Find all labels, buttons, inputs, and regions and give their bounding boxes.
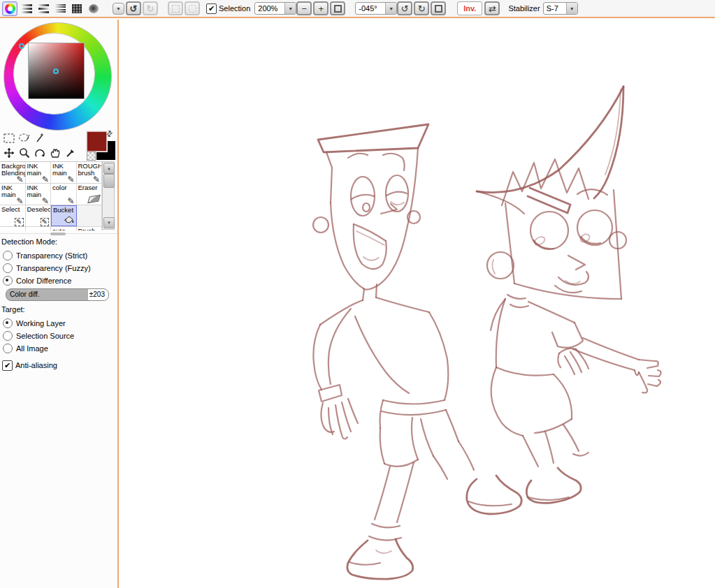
zoom-tool[interactable] [17,146,31,159]
selection-checkbox-label: Selection [219,4,250,13]
bucket-icon [64,215,75,224]
left-tool-panel: ⇄ BackgrouBlending✎ INKmain✎ INKmain✎ RO… [0,20,119,588]
radio-transparency-fuzzy[interactable]: Transparency (Fuzzy) [1,262,116,274]
plus-icon: + [318,3,324,14]
flip-selection-icon [172,5,180,13]
minus-icon: − [301,3,307,14]
eraser-icon [87,195,101,203]
lasso-tool[interactable] [17,131,31,145]
selection-transform-button[interactable] [185,1,200,15]
invert-label: Inv. [463,4,476,13]
pen-icon: ✎ [16,176,23,183]
magnifier-icon [19,147,30,159]
hue-marker[interactable] [19,43,24,49]
pen-icon: ✎ [67,176,74,183]
painttool-sai-window: ▼ ↺ ↻ ✔ Selection 200% ▼ − + -045° ▼ ↺ ↻… [0,0,715,588]
antialias-checkbox[interactable]: ✔ [2,360,13,371]
undo-button[interactable]: ↺ [126,1,141,15]
stabilizer-dropdown-icon[interactable]: ▼ [566,3,577,14]
flip-view-button[interactable]: ⇄ [484,1,500,15]
pen-icon: ✎ [42,176,49,183]
stabilizer-value: S-7 [544,4,566,13]
hsv-sliders-icon [38,4,49,13]
tool-cell-empty[interactable] [77,205,103,226]
foreground-color-swatch[interactable] [87,131,107,152]
move-icon [3,147,15,159]
radio-all-image[interactable]: All Image [1,342,116,355]
transparent-color-swatch[interactable] [87,152,96,161]
tool-grid-scrollbar[interactable]: ▲ ▼ [102,161,115,230]
pen-icon: ✎ [42,198,49,205]
tool-cell-ink-main-1[interactable]: INKmain✎ [26,162,52,183]
tool-cell-ink-main-4[interactable]: INKmain✎ [26,184,52,205]
tool-cell-ink-main-2[interactable]: INKmain✎ [51,162,77,183]
eyedropper-tool[interactable] [64,146,78,159]
move-tool[interactable] [2,146,16,159]
scroll-down-button[interactable]: ▼ [103,217,115,228]
scroll-up-button[interactable]: ▲ [103,163,115,174]
drawing-canvas[interactable] [119,20,715,588]
radio-working-layer[interactable]: Working Layer [1,317,116,330]
pen-icon: ✎ [16,198,23,205]
panel-tab-color-wheel[interactable] [2,1,17,16]
radio-icon [3,318,13,328]
rgb-sliders-icon [22,4,32,13]
rect-select-icon [3,133,15,143]
rotate-cw-button[interactable]: ↻ [414,1,429,15]
radio-icon [3,251,13,260]
tool-cell-select[interactable]: Select✎ [0,205,26,226]
detection-mode-title: Detection Mode: [1,237,116,249]
top-toolbar: ▼ ↺ ↻ ✔ Selection 200% ▼ − + -045° ▼ ↺ ↻… [0,0,715,18]
rotate-ccw-icon: ↺ [401,3,409,14]
panel-tab-color-lines[interactable] [52,1,68,16]
hand-tool[interactable] [48,146,62,159]
angle-dropdown-icon[interactable]: ▼ [385,3,396,14]
rotate-canvas-tool[interactable] [33,146,47,159]
color-diff-label: Color diff. [10,291,40,298]
color-diff-slider[interactable]: Color diff. ±203 [6,288,109,301]
arrow-down-icon: ▼ [107,221,111,225]
panel-tab-swatch-grid[interactable] [69,1,85,16]
panel-tab-hsv-sliders[interactable] [36,1,51,16]
invert-view-button[interactable]: Inv. [457,1,482,15]
target-title: Target: [1,305,116,317]
tool-cell-bucket[interactable]: Bucket [51,205,77,226]
panel-tab-color-mixer[interactable] [86,1,101,16]
tool-cell-rough-brush[interactable]: ROUGHbrush✎ [77,162,103,183]
chevron-down-icon: ▼ [116,6,121,11]
rotate-ccw-button[interactable]: ↺ [397,1,412,15]
scroll-thumb[interactable] [103,174,115,188]
zoom-in-button[interactable]: + [313,1,328,15]
tool-grid-clipped-row: auto Brush [0,227,102,230]
panel-collapse-button[interactable]: ▼ [113,3,124,15]
pen-icon: ✎ [67,198,74,205]
tool-cell-deselect[interactable]: Deselect✎ [26,205,52,226]
reset-rotation-icon [435,5,442,13]
stabilizer-field[interactable]: S-7 ▼ [543,2,578,15]
tool-cell-color[interactable]: color✎ [51,184,77,205]
panel-tab-rgb-sliders[interactable] [19,1,34,16]
radio-color-difference[interactable]: Color Difference [1,274,116,287]
zoom-dropdown-icon[interactable]: ▼ [284,3,296,14]
tool-cell-background-blending[interactable]: BackgrouBlending✎ [0,162,26,183]
angle-field[interactable]: -045° ▼ [355,2,397,15]
undo-icon: ↺ [130,3,138,14]
zoom-reset-button[interactable] [330,1,345,15]
zoom-out-button[interactable]: − [296,1,312,15]
sv-marker[interactable] [53,68,59,74]
reset-zoom-icon [334,5,342,13]
rotate-reset-button[interactable] [431,1,446,15]
radio-selection-source[interactable]: Selection Source [1,330,116,342]
magic-wand-tool[interactable] [33,131,47,145]
tool-cell-ink-main-3[interactable]: INKmain✎ [0,184,26,205]
rect-select-tool[interactable] [2,131,16,145]
panel-splitter[interactable] [0,233,117,234]
selection-flip-button[interactable] [168,1,183,15]
tool-cell-eraser[interactable]: Eraser [77,184,103,205]
zoom-field[interactable]: 200% ▼ [254,2,296,15]
antialias-checkbox-row[interactable]: ✔ Anti-aliasing [1,359,116,372]
selection-checkbox[interactable]: ✔ [206,3,217,14]
redo-button[interactable]: ↻ [143,1,158,15]
radio-transparency-strict[interactable]: Transparency (Strict) [1,249,116,262]
radio-icon [3,263,13,273]
